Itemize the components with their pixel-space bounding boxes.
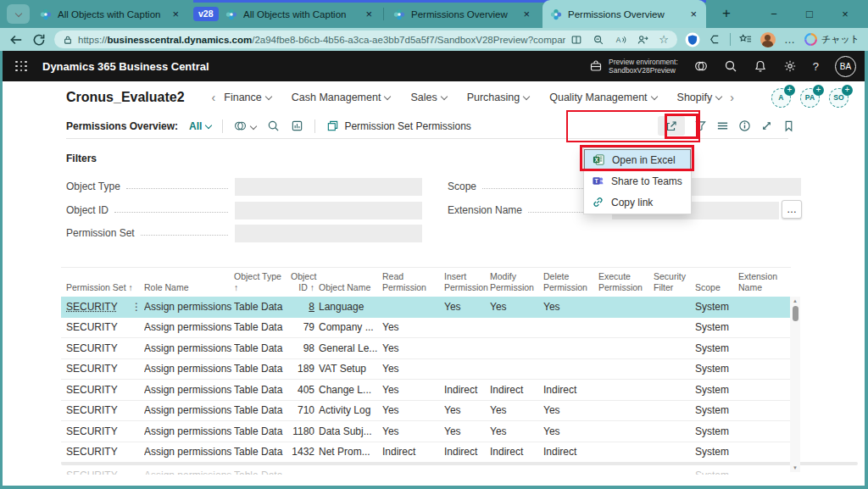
table-cell[interactable]: Table Data bbox=[234, 446, 291, 458]
table-cell[interactable]: Yes bbox=[490, 425, 543, 437]
settings-gear-icon[interactable] bbox=[783, 59, 797, 73]
column-header[interactable]: Read Permission bbox=[382, 271, 444, 297]
table-cell[interactable]: Indirect bbox=[444, 384, 490, 396]
table-cell[interactable]: Table Data bbox=[234, 363, 291, 375]
browser-essentials-icon[interactable] bbox=[709, 33, 721, 46]
table-cell[interactable]: Indirect bbox=[490, 446, 543, 458]
zoom-icon[interactable] bbox=[593, 34, 604, 46]
app-title[interactable]: Dynamics 365 Business Central bbox=[42, 60, 209, 73]
browser-tab-2[interactable]: All Objects with Caption × bbox=[218, 0, 381, 28]
column-header[interactable]: Extension Name bbox=[738, 271, 791, 297]
nav-scroll-left-icon[interactable]: ‹ bbox=[212, 91, 216, 104]
table-cell[interactable]: Language bbox=[319, 301, 382, 313]
table-cell[interactable]: System bbox=[695, 363, 738, 375]
table-cell[interactable]: Yes bbox=[490, 404, 543, 416]
table-cell[interactable]: Assign permissions ... bbox=[144, 384, 234, 396]
copilot-chat-button[interactable]: チャット bbox=[804, 33, 860, 46]
table-cell[interactable]: Assign permissions ... bbox=[144, 470, 234, 475]
table-row[interactable]: SECURITYAssign permissions ...Table Data… bbox=[61, 465, 791, 475]
table-cell[interactable]: Yes bbox=[543, 301, 598, 313]
table-row[interactable]: SECURITYAssign permissions ...Table Data… bbox=[61, 359, 791, 381]
help-icon[interactable]: ? bbox=[813, 60, 819, 73]
table-cell[interactable]: Yes bbox=[490, 301, 543, 313]
column-header[interactable]: Security Filter bbox=[654, 271, 695, 297]
table-row[interactable]: SECURITYAssign permissions ...Table Data… bbox=[61, 318, 791, 339]
browser-tab-3[interactable]: Permissions Overview × bbox=[386, 0, 539, 28]
table-cell[interactable]: Table Data bbox=[234, 384, 291, 396]
table-cell[interactable]: Yes bbox=[543, 404, 598, 416]
role-badge-so[interactable]: SO+ bbox=[829, 88, 849, 108]
analyze-icon[interactable] bbox=[291, 119, 303, 132]
user-avatar[interactable]: BA bbox=[835, 56, 856, 77]
share-to-teams-menu-item[interactable]: T Share to Teams bbox=[584, 170, 691, 192]
table-cell[interactable]: Table Data bbox=[234, 301, 291, 313]
nav-menu-quality-management[interactable]: Quality Management bbox=[549, 92, 656, 103]
table-row[interactable]: SECURITYAssign permissions ...Table Data… bbox=[61, 421, 791, 442]
copilot-icon[interactable] bbox=[694, 59, 708, 73]
table-cell[interactable]: Assign permissions ... bbox=[144, 446, 234, 458]
column-header[interactable]: Object ID ↑ bbox=[291, 271, 319, 297]
new-tab-button[interactable]: + bbox=[716, 3, 737, 24]
table-cell[interactable]: Indirect bbox=[490, 384, 543, 396]
list-view-icon[interactable] bbox=[716, 119, 729, 132]
scrollbar-thumb[interactable] bbox=[793, 306, 798, 321]
table-cell[interactable]: Change L... bbox=[319, 384, 382, 396]
table-cell[interactable]: SECURITY bbox=[61, 425, 131, 437]
table-cell[interactable]: System bbox=[695, 425, 738, 437]
table-cell[interactable]: System bbox=[695, 301, 738, 313]
table-cell[interactable]: Yes bbox=[382, 384, 444, 396]
table-cell[interactable]: Yes bbox=[382, 342, 444, 354]
view-filter-dropdown[interactable]: All bbox=[189, 120, 211, 132]
table-row[interactable]: SECURITYAssign permissions ...Table Data… bbox=[61, 380, 791, 401]
table-cell[interactable]: System bbox=[695, 470, 738, 475]
browser-tab-active[interactable]: Permissions Overview × bbox=[542, 0, 706, 28]
table-cell[interactable]: Assign permissions ... bbox=[144, 301, 234, 313]
scroll-up-icon[interactable]: ▲ bbox=[790, 298, 800, 303]
column-header[interactable]: Role Name bbox=[144, 282, 234, 297]
table-cell[interactable]: SECURITY bbox=[61, 321, 131, 333]
favorite-star-icon[interactable]: ☆ bbox=[659, 33, 669, 46]
favorites-bar-icon[interactable] bbox=[739, 33, 752, 46]
defender-shield-icon[interactable] bbox=[685, 32, 700, 47]
expand-icon[interactable] bbox=[760, 119, 773, 132]
row-menu-icon[interactable]: ⋮ bbox=[131, 301, 144, 313]
table-cell[interactable]: 189 bbox=[291, 363, 319, 375]
table-cell[interactable]: Table Data bbox=[234, 321, 291, 333]
copy-link-menu-item[interactable]: Copy link bbox=[584, 192, 691, 213]
column-header[interactable]: Object Type ↑ bbox=[234, 271, 291, 297]
profile-icon[interactable] bbox=[637, 34, 648, 46]
table-cell[interactable]: 79 bbox=[291, 321, 319, 333]
table-cell[interactable]: System bbox=[695, 321, 738, 333]
object-type-input[interactable] bbox=[235, 178, 422, 196]
notifications-bell-icon[interactable] bbox=[754, 59, 767, 73]
table-row[interactable]: SECURITY⋮Assign permissions ...Table Dat… bbox=[61, 297, 791, 318]
table-cell[interactable]: Yes bbox=[543, 425, 598, 437]
table-cell[interactable]: Table Data bbox=[234, 425, 291, 437]
table-cell[interactable]: Yes bbox=[444, 301, 490, 313]
table-cell[interactable]: VAT Setup bbox=[319, 363, 382, 375]
table-cell[interactable]: Yes bbox=[382, 363, 444, 375]
table-cell[interactable]: Indirect bbox=[444, 446, 490, 458]
permission-set-permissions-button[interactable]: Permission Set Permissions bbox=[326, 119, 470, 132]
tab-close-icon[interactable]: × bbox=[364, 8, 374, 20]
table-cell[interactable]: 98 bbox=[291, 342, 319, 354]
nav-menu-purchasing[interactable]: Purchasing bbox=[467, 92, 530, 103]
environment-badge[interactable]: Preview environment: SandboxV28Preview bbox=[589, 58, 678, 75]
table-cell[interactable]: Indirect bbox=[382, 446, 444, 458]
table-cell[interactable]: 405 bbox=[291, 384, 319, 396]
table-cell[interactable]: SECURITY bbox=[61, 446, 131, 458]
refresh-icon[interactable] bbox=[31, 32, 47, 47]
table-row[interactable]: SECURITYAssign permissions ...Table Data… bbox=[61, 338, 791, 359]
object-id-input[interactable] bbox=[235, 202, 422, 219]
table-cell[interactable]: Assign permissions ... bbox=[144, 404, 234, 416]
search-icon[interactable] bbox=[724, 59, 737, 73]
column-header[interactable]: Object Name bbox=[319, 282, 382, 297]
minimize-button[interactable]: − bbox=[756, 8, 792, 20]
column-header[interactable]: Execute Permission bbox=[598, 271, 654, 297]
table-cell[interactable]: Yes bbox=[382, 425, 444, 437]
table-cell[interactable]: General Le... bbox=[319, 342, 382, 354]
table-cell[interactable]: 1432 bbox=[291, 446, 319, 458]
column-header[interactable]: Delete Permission bbox=[543, 271, 598, 297]
nav-menu-sales[interactable]: Sales bbox=[410, 92, 446, 103]
company-name[interactable]: Cronus_Evaluate2 bbox=[66, 90, 185, 105]
